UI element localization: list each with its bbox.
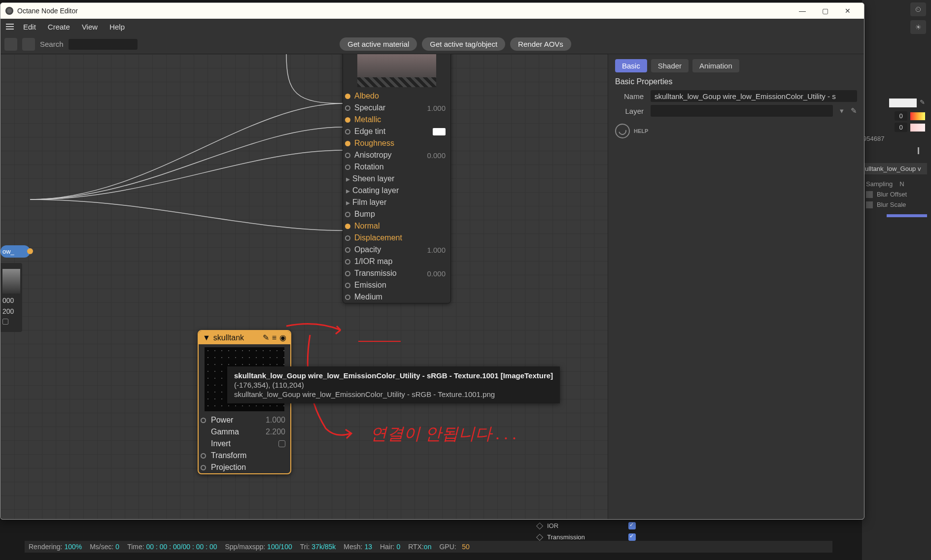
material-thumbnail (357, 54, 436, 87)
material-node[interactable]: AlbedoSpecular1.000MetallicEdge tintRoug… (343, 54, 451, 303)
texture-input-projection[interactable]: Projection (199, 461, 290, 473)
eyedropper-icon[interactable]: ✎ (920, 99, 925, 107)
texture-input-gamma[interactable]: Gamma2.200 (199, 426, 290, 438)
toolbar: Search Get active material Get active ta… (0, 34, 864, 54)
clock-icon[interactable]: ⏲ (910, 2, 926, 16)
menubar: Edit Create View Help (0, 19, 864, 34)
layer-label: Layer (615, 107, 644, 115)
material-input-metallic[interactable]: Metallic (343, 114, 450, 126)
node-wires (0, 54, 608, 519)
get-active-material-button[interactable]: Get active material (340, 37, 417, 51)
input-node-partial[interactable]: ow_ (0, 245, 30, 258)
edge-panel: 000 200 (0, 263, 22, 332)
background-right-panel: ⏲ ☀ ✎ 0 0 954687 ulltank_low_Goup v Samp… (862, 0, 931, 560)
menu-help[interactable]: Help (104, 21, 130, 33)
material-input-coatinglayer[interactable]: ▸Coating layer (343, 185, 450, 197)
brush-icon[interactable]: ✎ (263, 333, 269, 342)
hamburger-icon[interactable] (3, 20, 16, 33)
node-canvas[interactable]: ow_ 000 200 AlbedoSpecular1.000MetallicE… (0, 54, 608, 519)
value-3: 954687 (862, 135, 927, 142)
material-input-transmissio[interactable]: Transmissio0.000 (343, 267, 450, 279)
render-aovs-button[interactable]: Render AOVs (510, 37, 571, 51)
tab-shader[interactable]: Shader (651, 59, 689, 72)
annotation-arrows (0, 54, 608, 519)
collapse-icon[interactable]: ▼ (203, 333, 210, 342)
material-input-edgetint[interactable]: Edge tint (343, 126, 450, 137)
material-input-filmlayer[interactable]: ▸Film layer (343, 197, 450, 208)
node-tooltip: skulltank_low_Goup wire_low_EmissionColo… (227, 366, 560, 403)
search-label: Search (40, 40, 64, 48)
material-input-albedo[interactable]: Albedo (343, 90, 450, 102)
material-input-normal[interactable]: Normal (343, 220, 450, 232)
texture-input-transform[interactable]: Transform (199, 450, 290, 461)
titlebar[interactable]: Octane Node Editor — ▢ ✕ (0, 3, 864, 19)
material-input-emission[interactable]: Emission (343, 279, 450, 291)
tab-sampling[interactable]: Sampling (866, 180, 893, 188)
ior-checkbox[interactable] (628, 522, 636, 529)
annotation-underline (358, 341, 401, 342)
menu-view[interactable]: View (77, 21, 103, 33)
material-input-specular[interactable]: Specular1.000 (343, 102, 450, 114)
search-input[interactable] (69, 39, 138, 50)
close-button[interactable]: ✕ (836, 3, 859, 19)
panel-label: ulltank_low_Goup v (862, 163, 927, 174)
dropdown-icon[interactable]: ▾ (840, 106, 844, 115)
transmission-checkbox[interactable] (628, 533, 636, 541)
tab-animation[interactable]: Animation (692, 59, 739, 72)
material-input-opacity[interactable]: Opacity1.000 (343, 244, 450, 256)
list-icon[interactable]: ≡ (272, 333, 276, 342)
maximize-button[interactable]: ▢ (814, 3, 836, 19)
material-input-roughness[interactable]: Roughness (343, 137, 450, 149)
name-field[interactable]: skulltank_low_Goup wire_low_EmissionColo… (651, 90, 857, 102)
material-input-medium[interactable]: Medium (343, 291, 450, 303)
sun-icon[interactable]: ☀ (910, 20, 926, 34)
properties-header: Basic Properties (615, 77, 857, 86)
target-icon[interactable]: ◉ (279, 333, 286, 342)
get-active-tag-button[interactable]: Get active tag/object (422, 37, 505, 51)
menu-edit[interactable]: Edit (18, 21, 41, 33)
value-1[interactable]: 0 (895, 111, 907, 121)
layer-field[interactable] (651, 105, 833, 117)
material-input-sheenlayer[interactable]: ▸Sheen layer (343, 173, 450, 185)
help-icon[interactable] (615, 124, 630, 138)
texture-input-power[interactable]: Power1.000 (199, 414, 290, 426)
name-label: Name (615, 92, 644, 100)
app-logo-icon (5, 7, 13, 15)
tool-icon-2[interactable] (22, 38, 35, 51)
tab-n[interactable]: N (899, 180, 904, 188)
annotation-text: 연결이 안됩니다 . . . (370, 423, 517, 445)
texture-input-invert[interactable]: Invert (199, 438, 290, 450)
tab-basic[interactable]: Basic (615, 59, 647, 72)
minimize-button[interactable]: — (791, 3, 814, 19)
value-2[interactable]: 0 (895, 123, 907, 132)
tool-icon-1[interactable] (4, 38, 17, 51)
status-bar: Rendering: 100% Ms/sec: 0 Time: 00 : 00 … (25, 541, 832, 553)
menu-create[interactable]: Create (43, 21, 75, 33)
help-label: HELP (634, 128, 648, 134)
material-input-displacement[interactable]: Displacement (343, 232, 450, 244)
edit-icon[interactable]: ✎ (851, 106, 857, 115)
material-input-anisotropy[interactable]: Anisotropy0.000 (343, 149, 450, 161)
texture-node-title: skulltank (213, 333, 244, 342)
material-input-iormap[interactable]: 1/IOR map (343, 256, 450, 267)
material-input-rotation[interactable]: Rotation (343, 161, 450, 173)
octane-node-editor-window: Octane Node Editor — ▢ ✕ Edit Create Vie… (0, 2, 864, 520)
material-input-bump[interactable]: Bump (343, 208, 450, 220)
properties-panel: Basic Shader Animation Basic Properties … (608, 54, 864, 519)
window-title: Octane Node Editor (17, 7, 78, 15)
